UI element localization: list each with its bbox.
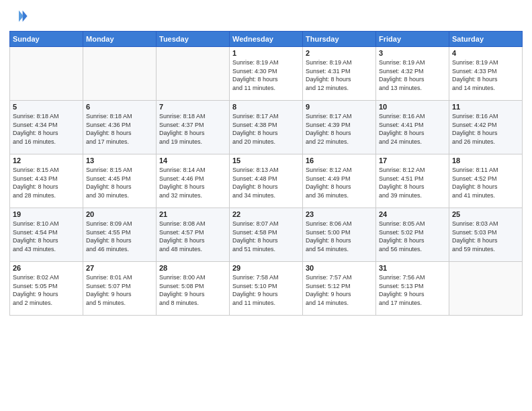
cell-info: and 48 minutes.	[159, 245, 226, 254]
day-number: 4	[452, 49, 519, 57]
cell-info: Sunrise: 8:19 AM	[306, 58, 373, 67]
cell-info: Daylight: 8 hours	[159, 129, 226, 138]
cell-info: and 14 minutes.	[306, 299, 373, 308]
cell-info: Daylight: 8 hours	[452, 236, 519, 245]
cell-info: and 36 minutes.	[306, 191, 373, 200]
cell-info: Daylight: 8 hours	[86, 236, 153, 245]
calendar-cell: 17Sunrise: 8:12 AMSunset: 4:51 PMDayligh…	[376, 154, 449, 208]
cell-info: Sunset: 4:32 PM	[379, 67, 446, 76]
calendar-cell: 27Sunrise: 8:01 AMSunset: 5:07 PMDayligh…	[83, 262, 157, 316]
day-number: 27	[86, 264, 153, 272]
cell-info: Daylight: 9 hours	[159, 290, 226, 299]
day-number: 1	[232, 49, 300, 57]
cell-info: and 43 minutes.	[13, 245, 80, 254]
cell-info: Sunrise: 8:03 AM	[452, 220, 519, 228]
day-number: 28	[159, 264, 226, 272]
cell-info: Sunset: 4:30 PM	[232, 67, 300, 76]
day-number: 11	[452, 103, 519, 111]
cell-info: and 12 minutes.	[306, 84, 373, 93]
cell-info: Sunrise: 8:10 AM	[13, 220, 80, 228]
calendar-cell: 14Sunrise: 8:14 AMSunset: 4:46 PMDayligh…	[157, 154, 230, 208]
cell-info: Sunrise: 8:07 AM	[232, 220, 300, 228]
cell-info: and 39 minutes.	[379, 191, 446, 200]
day-number: 12	[13, 156, 80, 165]
cell-info: Sunset: 4:33 PM	[452, 67, 519, 76]
cell-info: Sunrise: 8:14 AM	[159, 166, 226, 175]
cell-info: Sunrise: 8:15 AM	[86, 166, 153, 175]
header-cell-sunday: Sunday	[10, 32, 83, 47]
calendar-cell: 2Sunrise: 8:19 AMSunset: 4:31 PMDaylight…	[303, 47, 376, 101]
cell-info: Sunrise: 8:00 AM	[159, 273, 226, 282]
calendar-cell	[157, 47, 230, 101]
cell-info: Daylight: 8 hours	[306, 236, 373, 245]
day-number: 14	[159, 156, 226, 165]
calendar-table: SundayMondayTuesdayWednesdayThursdayFrid…	[9, 31, 523, 316]
cell-info: Sunrise: 8:12 AM	[306, 166, 373, 175]
header-cell-wednesday: Wednesday	[230, 32, 303, 47]
cell-info: Daylight: 8 hours	[13, 236, 80, 245]
cell-info: Sunset: 4:39 PM	[306, 121, 373, 130]
day-number: 31	[379, 264, 446, 272]
cell-info: Sunset: 4:34 PM	[13, 121, 80, 130]
calendar-cell: 4Sunrise: 8:19 AMSunset: 4:33 PMDaylight…	[449, 47, 523, 101]
cell-info: Sunset: 4:41 PM	[379, 121, 446, 130]
cell-info: Daylight: 8 hours	[379, 75, 446, 84]
day-number: 7	[159, 103, 226, 111]
day-number: 5	[13, 103, 80, 111]
cell-info: Daylight: 9 hours	[13, 290, 80, 299]
cell-info: and 46 minutes.	[86, 245, 153, 254]
cell-info: Sunrise: 8:02 AM	[13, 273, 80, 282]
cell-info: and 8 minutes.	[159, 299, 226, 308]
cell-info: and 34 minutes.	[232, 191, 300, 200]
calendar-cell	[449, 262, 523, 316]
calendar-header: SundayMondayTuesdayWednesdayThursdayFrid…	[10, 32, 523, 47]
cell-info: Sunrise: 8:16 AM	[452, 112, 519, 121]
cell-info: Daylight: 8 hours	[232, 129, 300, 138]
calendar-body: 1Sunrise: 8:19 AMSunset: 4:30 PMDaylight…	[10, 47, 523, 316]
cell-info: Sunrise: 7:58 AM	[232, 273, 300, 282]
cell-info: and 30 minutes.	[86, 191, 153, 200]
calendar-cell: 15Sunrise: 8:13 AMSunset: 4:48 PMDayligh…	[230, 154, 303, 208]
day-number: 29	[232, 264, 300, 272]
cell-info: and 17 minutes.	[379, 299, 446, 308]
calendar-cell: 16Sunrise: 8:12 AMSunset: 4:49 PMDayligh…	[303, 154, 376, 208]
cell-info: and 11 minutes.	[232, 299, 300, 308]
cell-info: and 26 minutes.	[452, 138, 519, 146]
cell-info: Daylight: 8 hours	[232, 183, 300, 191]
cell-info: and 41 minutes.	[452, 191, 519, 200]
day-number: 19	[13, 210, 80, 218]
header-cell-thursday: Thursday	[303, 32, 376, 47]
calendar-cell: 8Sunrise: 8:17 AMSunset: 4:38 PMDaylight…	[230, 101, 303, 154]
cell-info: Daylight: 8 hours	[306, 183, 373, 191]
cell-info: Daylight: 8 hours	[232, 75, 300, 84]
calendar-cell: 24Sunrise: 8:05 AMSunset: 5:02 PMDayligh…	[376, 208, 449, 262]
cell-info: Daylight: 8 hours	[379, 236, 446, 245]
cell-info: and 24 minutes.	[379, 138, 446, 146]
cell-info: Sunrise: 8:08 AM	[159, 220, 226, 228]
cell-info: Sunrise: 8:01 AM	[86, 273, 153, 282]
cell-info: and 59 minutes.	[452, 245, 519, 254]
calendar-cell: 11Sunrise: 8:16 AMSunset: 4:42 PMDayligh…	[449, 101, 523, 154]
cell-info: Sunrise: 8:11 AM	[452, 166, 519, 175]
cell-info: Sunrise: 8:05 AM	[379, 220, 446, 228]
header-cell-monday: Monday	[83, 32, 157, 47]
day-number: 23	[306, 210, 373, 218]
cell-info: Sunset: 4:48 PM	[232, 175, 300, 183]
logo	[9, 7, 31, 26]
cell-info: Daylight: 8 hours	[306, 129, 373, 138]
cell-info: Sunrise: 8:06 AM	[306, 220, 373, 228]
cell-info: and 2 minutes.	[13, 299, 80, 308]
cell-info: Daylight: 8 hours	[379, 183, 446, 191]
calendar-cell: 26Sunrise: 8:02 AMSunset: 5:05 PMDayligh…	[10, 262, 83, 316]
cell-info: Sunset: 4:54 PM	[13, 228, 80, 237]
calendar-cell: 20Sunrise: 8:09 AMSunset: 4:55 PMDayligh…	[83, 208, 157, 262]
cell-info: Sunrise: 8:18 AM	[159, 112, 226, 121]
calendar-cell: 25Sunrise: 8:03 AMSunset: 5:03 PMDayligh…	[449, 208, 523, 262]
cell-info: Daylight: 8 hours	[452, 183, 519, 191]
calendar-cell: 12Sunrise: 8:15 AMSunset: 4:43 PMDayligh…	[10, 154, 83, 208]
calendar-cell: 7Sunrise: 8:18 AMSunset: 4:37 PMDaylight…	[157, 101, 230, 154]
calendar-cell: 21Sunrise: 8:08 AMSunset: 4:57 PMDayligh…	[157, 208, 230, 262]
cell-info: Sunrise: 8:19 AM	[379, 58, 446, 67]
cell-info: and 17 minutes.	[86, 138, 153, 146]
cell-info: and 56 minutes.	[379, 245, 446, 254]
